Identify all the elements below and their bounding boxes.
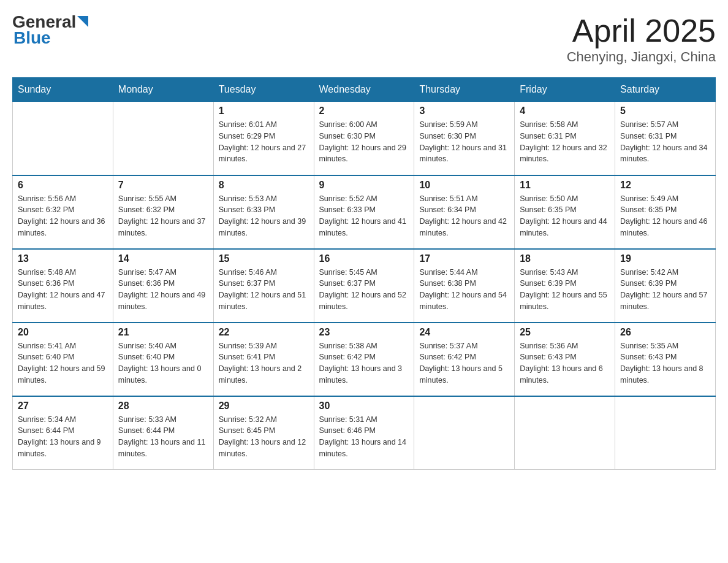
- calendar-cell: 27Sunrise: 5:34 AMSunset: 6:44 PMDayligh…: [13, 396, 113, 470]
- month-title: April 2025: [567, 12, 716, 49]
- calendar-cell: 16Sunrise: 5:45 AMSunset: 6:37 PMDayligh…: [314, 249, 414, 323]
- day-info: Sunrise: 5:49 AMSunset: 6:35 PMDaylight:…: [620, 193, 710, 239]
- col-header-tuesday: Tuesday: [213, 78, 314, 102]
- day-info: Sunrise: 5:45 AMSunset: 6:37 PMDaylight:…: [319, 267, 409, 313]
- day-number: 23: [319, 327, 409, 338]
- calendar-cell: 26Sunrise: 5:35 AMSunset: 6:43 PMDayligh…: [615, 323, 716, 396]
- day-number: 6: [18, 180, 108, 191]
- calendar-cell: 1Sunrise: 6:01 AMSunset: 6:29 PMDaylight…: [213, 102, 314, 175]
- calendar-cell: [13, 102, 113, 175]
- day-number: 3: [419, 105, 509, 117]
- col-header-sunday: Sunday: [13, 78, 113, 102]
- logo-text-blue: Blue: [13, 28, 51, 48]
- day-info: Sunrise: 5:34 AMSunset: 6:44 PMDaylight:…: [18, 414, 108, 460]
- calendar-cell: 30Sunrise: 5:31 AMSunset: 6:46 PMDayligh…: [314, 396, 414, 470]
- logo-arrow-icon: [77, 16, 88, 27]
- calendar-cell: 29Sunrise: 5:32 AMSunset: 6:45 PMDayligh…: [213, 396, 314, 470]
- calendar-cell: [515, 396, 615, 470]
- day-number: 11: [520, 180, 610, 191]
- day-number: 16: [319, 253, 409, 264]
- week-row-2: 6Sunrise: 5:56 AMSunset: 6:32 PMDaylight…: [13, 175, 716, 249]
- day-number: 9: [319, 180, 409, 191]
- calendar-cell: 13Sunrise: 5:48 AMSunset: 6:36 PMDayligh…: [13, 249, 113, 323]
- day-info: Sunrise: 5:42 AMSunset: 6:39 PMDaylight:…: [620, 267, 710, 313]
- week-row-5: 27Sunrise: 5:34 AMSunset: 6:44 PMDayligh…: [13, 396, 716, 470]
- day-info: Sunrise: 5:35 AMSunset: 6:43 PMDaylight:…: [620, 340, 710, 386]
- day-number: 14: [118, 253, 208, 264]
- day-info: Sunrise: 5:56 AMSunset: 6:32 PMDaylight:…: [18, 193, 108, 239]
- day-info: Sunrise: 5:46 AMSunset: 6:37 PMDaylight:…: [219, 267, 309, 313]
- calendar-cell: 25Sunrise: 5:36 AMSunset: 6:43 PMDayligh…: [515, 323, 615, 396]
- day-number: 25: [520, 327, 610, 338]
- col-header-monday: Monday: [113, 78, 213, 102]
- week-row-3: 13Sunrise: 5:48 AMSunset: 6:36 PMDayligh…: [13, 249, 716, 323]
- calendar-cell: [414, 396, 515, 470]
- calendar-cell: 21Sunrise: 5:40 AMSunset: 6:40 PMDayligh…: [113, 323, 213, 396]
- col-header-wednesday: Wednesday: [314, 78, 414, 102]
- day-number: 4: [520, 105, 610, 117]
- day-number: 21: [118, 327, 208, 338]
- calendar-cell: 15Sunrise: 5:46 AMSunset: 6:37 PMDayligh…: [213, 249, 314, 323]
- day-info: Sunrise: 5:55 AMSunset: 6:32 PMDaylight:…: [118, 193, 208, 239]
- day-number: 10: [419, 180, 509, 191]
- day-number: 18: [520, 253, 610, 264]
- day-number: 19: [620, 253, 710, 264]
- day-info: Sunrise: 5:36 AMSunset: 6:43 PMDaylight:…: [520, 340, 610, 386]
- logo: General Blue: [12, 12, 88, 48]
- day-number: 24: [419, 327, 509, 338]
- calendar-cell: 3Sunrise: 5:59 AMSunset: 6:30 PMDaylight…: [414, 102, 515, 175]
- calendar-cell: 7Sunrise: 5:55 AMSunset: 6:32 PMDaylight…: [113, 175, 213, 249]
- day-info: Sunrise: 5:33 AMSunset: 6:44 PMDaylight:…: [118, 414, 208, 460]
- calendar-cell: 18Sunrise: 5:43 AMSunset: 6:39 PMDayligh…: [515, 249, 615, 323]
- week-row-4: 20Sunrise: 5:41 AMSunset: 6:40 PMDayligh…: [13, 323, 716, 396]
- day-info: Sunrise: 5:31 AMSunset: 6:46 PMDaylight:…: [319, 414, 409, 460]
- calendar-cell: 8Sunrise: 5:53 AMSunset: 6:33 PMDaylight…: [213, 175, 314, 249]
- calendar-cell: 24Sunrise: 5:37 AMSunset: 6:42 PMDayligh…: [414, 323, 515, 396]
- day-number: 12: [620, 180, 710, 191]
- day-number: 27: [18, 400, 108, 412]
- calendar-cell: 22Sunrise: 5:39 AMSunset: 6:41 PMDayligh…: [213, 323, 314, 396]
- calendar-table: SundayMondayTuesdayWednesdayThursdayFrid…: [12, 77, 716, 470]
- day-number: 29: [219, 400, 309, 412]
- svg-marker-0: [77, 16, 88, 27]
- calendar-cell: 2Sunrise: 6:00 AMSunset: 6:30 PMDaylight…: [314, 102, 414, 175]
- calendar-cell: 10Sunrise: 5:51 AMSunset: 6:34 PMDayligh…: [414, 175, 515, 249]
- day-number: 30: [319, 400, 409, 412]
- page-header: General Blue April 2025 Chenying, Jiangx…: [12, 12, 716, 65]
- week-row-1: 1Sunrise: 6:01 AMSunset: 6:29 PMDaylight…: [13, 102, 716, 175]
- day-info: Sunrise: 5:53 AMSunset: 6:33 PMDaylight:…: [219, 193, 309, 239]
- col-header-friday: Friday: [515, 78, 615, 102]
- day-number: 2: [319, 105, 409, 117]
- day-number: 7: [118, 180, 208, 191]
- day-info: Sunrise: 5:41 AMSunset: 6:40 PMDaylight:…: [18, 340, 108, 386]
- day-number: 22: [219, 327, 309, 338]
- calendar-header-row: SundayMondayTuesdayWednesdayThursdayFrid…: [13, 78, 716, 102]
- day-info: Sunrise: 5:40 AMSunset: 6:40 PMDaylight:…: [118, 340, 208, 386]
- title-section: April 2025 Chenying, Jiangxi, China: [567, 12, 716, 65]
- day-number: 13: [18, 253, 108, 264]
- day-info: Sunrise: 5:51 AMSunset: 6:34 PMDaylight:…: [419, 193, 509, 239]
- calendar-cell: 11Sunrise: 5:50 AMSunset: 6:35 PMDayligh…: [515, 175, 615, 249]
- calendar-cell: 6Sunrise: 5:56 AMSunset: 6:32 PMDaylight…: [13, 175, 113, 249]
- calendar-cell: [615, 396, 716, 470]
- day-number: 17: [419, 253, 509, 264]
- day-number: 28: [118, 400, 208, 412]
- day-info: Sunrise: 6:00 AMSunset: 6:30 PMDaylight:…: [319, 119, 409, 165]
- calendar-cell: 5Sunrise: 5:57 AMSunset: 6:31 PMDaylight…: [615, 102, 716, 175]
- day-info: Sunrise: 5:37 AMSunset: 6:42 PMDaylight:…: [419, 340, 509, 386]
- calendar-cell: 20Sunrise: 5:41 AMSunset: 6:40 PMDayligh…: [13, 323, 113, 396]
- day-number: 1: [219, 105, 309, 117]
- day-info: Sunrise: 5:43 AMSunset: 6:39 PMDaylight:…: [520, 267, 610, 313]
- day-info: Sunrise: 5:38 AMSunset: 6:42 PMDaylight:…: [319, 340, 409, 386]
- calendar-cell: 28Sunrise: 5:33 AMSunset: 6:44 PMDayligh…: [113, 396, 213, 470]
- calendar-cell: 4Sunrise: 5:58 AMSunset: 6:31 PMDaylight…: [515, 102, 615, 175]
- calendar-cell: 14Sunrise: 5:47 AMSunset: 6:36 PMDayligh…: [113, 249, 213, 323]
- day-info: Sunrise: 5:57 AMSunset: 6:31 PMDaylight:…: [620, 119, 710, 165]
- col-header-thursday: Thursday: [414, 78, 515, 102]
- day-number: 15: [219, 253, 309, 264]
- day-number: 26: [620, 327, 710, 338]
- calendar-cell: 23Sunrise: 5:38 AMSunset: 6:42 PMDayligh…: [314, 323, 414, 396]
- calendar-cell: 12Sunrise: 5:49 AMSunset: 6:35 PMDayligh…: [615, 175, 716, 249]
- calendar-cell: 19Sunrise: 5:42 AMSunset: 6:39 PMDayligh…: [615, 249, 716, 323]
- day-info: Sunrise: 5:47 AMSunset: 6:36 PMDaylight:…: [118, 267, 208, 313]
